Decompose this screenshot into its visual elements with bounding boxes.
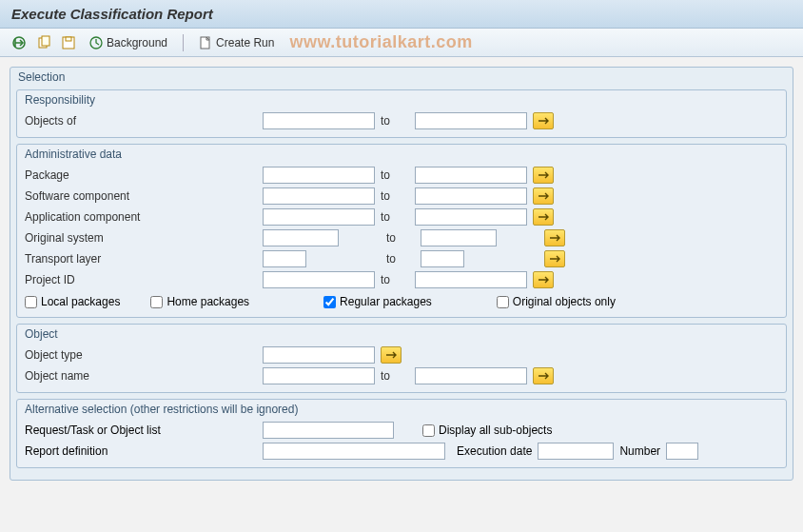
tlayer-to-input[interactable] <box>421 250 464 267</box>
execdate-input[interactable] <box>538 443 614 460</box>
background-label: Background <box>107 36 167 49</box>
local-packages-label: Local packages <box>41 295 120 308</box>
multi-select-icon[interactable] <box>533 367 554 384</box>
object-name-from-input[interactable] <box>263 367 375 384</box>
tlayer-label: Transport layer <box>25 252 186 266</box>
multi-select-icon[interactable] <box>533 271 554 288</box>
regular-packages-label: Regular packages <box>340 295 432 308</box>
number-input[interactable] <box>666 443 698 460</box>
multi-select-icon[interactable] <box>544 229 565 246</box>
svg-rect-2 <box>42 36 49 46</box>
responsibility-title: Responsibility <box>17 90 786 107</box>
local-packages-checkbox[interactable] <box>25 296 37 308</box>
page-title: Execute Classification Report <box>11 6 792 22</box>
multi-select-icon[interactable] <box>533 112 554 129</box>
titlebar: Execute Classification Report <box>0 0 803 29</box>
objects-of-row: Objects of to <box>25 110 778 131</box>
package-label: Package <box>25 168 186 182</box>
objects-of-to-input[interactable] <box>415 112 527 129</box>
execute-icon[interactable] <box>10 33 29 52</box>
softcomp-label: Software component <box>25 189 186 203</box>
object-group: Object Object type Object nameto <box>16 324 787 393</box>
projid-from-input[interactable] <box>263 271 375 288</box>
multi-select-icon[interactable] <box>381 346 402 364</box>
clock-icon <box>89 36 103 49</box>
object-type-label: Object type <box>25 348 186 362</box>
watermark: www.tutorialkart.com <box>289 32 472 52</box>
multi-select-icon[interactable] <box>533 187 554 205</box>
repdef-label: Report definition <box>25 444 202 458</box>
execdate-label: Execution date <box>457 444 532 458</box>
home-packages-checkbox[interactable] <box>150 296 163 308</box>
original-only-label: Original objects only <box>513 295 616 308</box>
objects-of-label: Objects of <box>25 114 186 128</box>
display-subobjects-label: Display all sub-objects <box>439 424 552 437</box>
admin-title: Administrative data <box>17 145 786 161</box>
multi-select-icon[interactable] <box>533 208 554 226</box>
softcomp-to-input[interactable] <box>415 187 527 205</box>
object-title: Object <box>17 325 786 341</box>
original-only-checkbox[interactable] <box>497 296 509 308</box>
selection-group-title: Selection <box>10 68 793 84</box>
object-name-label: Object name <box>25 369 186 383</box>
req-label: Request/Task or Object list <box>25 424 202 437</box>
toolbar-separator <box>183 34 184 51</box>
req-input[interactable] <box>263 422 394 439</box>
alt-group: Alternative selection (other restriction… <box>16 399 787 468</box>
package-to-input[interactable] <box>415 167 527 184</box>
display-subobjects-checkbox[interactable] <box>422 424 435 437</box>
appcomp-to-input[interactable] <box>415 208 527 226</box>
multi-select-icon[interactable] <box>533 167 554 184</box>
origsys-to-input[interactable] <box>421 229 497 246</box>
regular-packages-checkbox[interactable] <box>323 296 336 308</box>
create-run-button[interactable]: Create Run <box>193 34 280 51</box>
object-name-to-input[interactable] <box>415 367 527 384</box>
repdef-input[interactable] <box>263 443 445 460</box>
origsys-from-input[interactable] <box>263 229 339 246</box>
tlayer-from-input[interactable] <box>263 250 306 267</box>
get-variant-icon[interactable] <box>34 33 53 52</box>
package-flags-row: Local packages Home packages Regular pac… <box>25 290 778 311</box>
projid-to-input[interactable] <box>415 271 527 288</box>
toolbar: Background Create Run www.tutorialkart.c… <box>0 29 803 57</box>
number-label: Number <box>619 444 660 458</box>
objects-of-from-input[interactable] <box>263 112 375 129</box>
responsibility-group: Responsibility Objects of to <box>16 89 787 138</box>
new-doc-icon <box>199 36 212 49</box>
projid-label: Project ID <box>25 273 186 286</box>
object-type-input[interactable] <box>263 346 375 364</box>
alt-title: Alternative selection (other restriction… <box>17 400 786 416</box>
svg-rect-4 <box>66 37 71 41</box>
admin-group: Administrative data Packageto Software c… <box>16 144 787 318</box>
home-packages-label: Home packages <box>166 295 249 308</box>
selection-group: Selection Responsibility Objects of to <box>10 67 793 481</box>
origsys-label: Original system <box>25 231 186 245</box>
appcomp-from-input[interactable] <box>263 208 375 226</box>
to-label: to <box>381 114 409 128</box>
softcomp-from-input[interactable] <box>263 187 375 205</box>
multi-select-icon[interactable] <box>544 250 565 267</box>
background-button[interactable]: Background <box>84 34 173 51</box>
appcomp-label: Application component <box>25 210 186 224</box>
create-run-label: Create Run <box>216 36 274 49</box>
package-from-input[interactable] <box>263 167 375 184</box>
save-variant-icon[interactable] <box>59 33 78 52</box>
